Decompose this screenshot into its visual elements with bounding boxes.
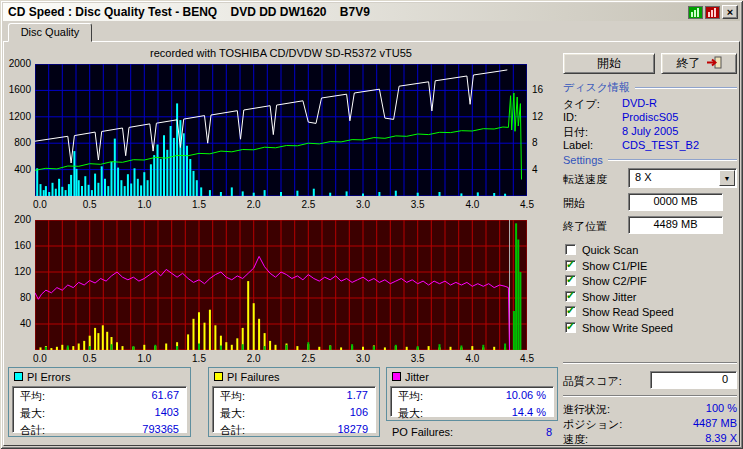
axis-tick-label: 8 (532, 137, 556, 148)
checkbox-box[interactable] (565, 260, 576, 271)
checkbox-box[interactable] (565, 244, 576, 255)
start-button-label: 開始 (597, 55, 621, 72)
checkbox-box[interactable] (565, 291, 576, 302)
stat-value: 1403 (155, 406, 179, 421)
pie-error-chart (35, 64, 527, 196)
pi-failures-header: PI Failures (209, 368, 379, 383)
stat-row: 平均:61.67 (13, 388, 186, 405)
start-position-field[interactable]: 0000 MB (628, 193, 723, 211)
pif-jitter-chart (35, 220, 527, 350)
tab-disc-quality[interactable]: Disc Quality (8, 23, 92, 42)
checkbox-box[interactable] (565, 275, 576, 286)
pi-errors-swatch (14, 372, 23, 381)
axis-tick-label: 2.5 (296, 353, 320, 364)
pi-failures-values: 平均:1.77 最大:106 合計:18279 (212, 386, 376, 433)
checkbox-label: Show Read Speed (582, 306, 674, 318)
stat-row: 最大:1403 (13, 405, 186, 422)
checkbox-show-c1-pie[interactable]: Show C1/PIE (565, 259, 647, 272)
position-label: ポジション: (563, 417, 622, 432)
transfer-speed-label: 転送速度 (563, 172, 607, 187)
axis-tick-label: 0.5 (78, 353, 102, 364)
disc-date-label: 日付: (563, 125, 588, 140)
disc-info-heading: ディスク情報 (563, 80, 737, 95)
jitter-swatch (392, 372, 401, 381)
stat-value: 106 (350, 406, 368, 421)
chart-recorded-with-label: recorded with TOSHIBA CD/DVDW SD-R5372 v… (35, 47, 527, 59)
axis-tick-label: 160 (1, 240, 31, 251)
separator (563, 362, 737, 364)
pi-errors-values: 平均:61.67 最大:1403 合計:793365 (12, 386, 187, 433)
jitter-values: 平均:10.06 % 最大:14.4 % (390, 386, 554, 417)
stat-label: 平均: (20, 389, 45, 404)
axis-tick-label: 120 (1, 266, 31, 277)
exit-button-label: 終了 (677, 55, 701, 72)
checkbox-quick-scan[interactable]: Quick Scan (565, 243, 638, 256)
axis-tick-label: 2.5 (296, 199, 320, 210)
exit-button[interactable]: 終了 (661, 53, 737, 74)
jitter-header: Jitter (387, 368, 557, 383)
axis-tick-label: 800 (1, 137, 31, 148)
pi-errors-title: PI Errors (27, 371, 70, 383)
close-button[interactable]: × (722, 5, 738, 19)
axis-tick-label: 4.5 (515, 353, 539, 364)
stat-value: 10.06 % (506, 389, 546, 404)
green-chart-icon[interactable] (688, 6, 703, 19)
disc-type-value: DVD-R (622, 97, 657, 109)
end-position-field[interactable]: 4489 MB (628, 216, 723, 234)
axis-tick-label: 1.0 (132, 353, 156, 364)
jitter-title: Jitter (405, 371, 429, 383)
checkbox-label: Quick Scan (582, 244, 638, 256)
checkbox-show-c2-pif[interactable]: Show C2/PIF (565, 274, 647, 287)
position-value: 4487 MB (642, 417, 737, 429)
speed-value: 8.39 X (642, 432, 737, 444)
disc-id-value: ProdiscS05 (622, 111, 678, 123)
progress-value: 100 % (642, 402, 737, 414)
red-chart-icon[interactable] (705, 6, 720, 19)
start-button[interactable]: 開始 (563, 53, 655, 74)
checkbox-label: Show Jitter (582, 291, 636, 303)
speed-label: 速度: (563, 432, 588, 447)
stat-row: 合計:18279 (213, 422, 375, 439)
stat-row: 平均:1.77 (213, 388, 375, 405)
disc-id-label: ID: (563, 111, 577, 123)
checkbox-show-write-speed[interactable]: Show Write Speed (565, 321, 673, 334)
stat-value: 18279 (337, 423, 368, 438)
axis-tick-label: 0.0 (33, 353, 57, 364)
axis-tick-label: 3.5 (406, 199, 430, 210)
axis-tick-label: 3.0 (351, 353, 375, 364)
axis-tick-label: 80 (1, 292, 31, 303)
axis-tick-label: 4.5 (515, 199, 539, 210)
checkbox-label: Show C2/PIF (582, 275, 647, 287)
checkbox-label: Show Write Speed (582, 322, 673, 334)
app-window: CD Speed : Disc Quality Test - BENQ DVD … (0, 0, 743, 449)
stat-label: 最大: (220, 406, 245, 421)
axis-tick-label: 1.5 (187, 353, 211, 364)
po-failures-value: 8 (546, 426, 552, 438)
disc-label-value: CDS_TEST_B2 (622, 139, 699, 151)
stat-label: 合計: (20, 423, 45, 438)
stat-label: 最大: (398, 406, 423, 421)
stat-value: 1.77 (347, 389, 368, 404)
jitter-box: Jitter 平均:10.06 % 最大:14.4 % (386, 367, 558, 421)
checkbox-show-jitter[interactable]: Show Jitter (565, 290, 636, 303)
exit-door-icon (706, 56, 722, 72)
axis-tick-label: 1200 (1, 111, 31, 122)
transfer-speed-select[interactable]: 8 X ▼ (628, 168, 737, 188)
transfer-speed-value: 8 X (635, 171, 652, 183)
checkbox-box[interactable] (565, 322, 576, 333)
checkbox-show-read-speed[interactable]: Show Read Speed (565, 305, 674, 318)
axis-tick-label: 4.0 (460, 199, 484, 210)
quality-score-label: 品質スコア: (563, 374, 622, 389)
titlebar: CD Speed : Disc Quality Test - BENQ DVD … (3, 3, 740, 21)
disc-date-value: 8 July 2005 (622, 125, 678, 137)
progress-label: 進行状況: (563, 402, 610, 417)
stat-value: 793365 (142, 423, 179, 438)
pi-errors-header: PI Errors (9, 368, 190, 383)
settings-heading: Settings (563, 154, 737, 166)
axis-tick-label: 3.5 (406, 353, 430, 364)
stat-row: 最大:106 (213, 405, 375, 422)
end-position-label: 終了位置 (563, 219, 607, 234)
chevron-down-icon[interactable]: ▼ (719, 170, 735, 186)
axis-tick-label: 3.0 (351, 199, 375, 210)
checkbox-box[interactable] (565, 306, 576, 317)
